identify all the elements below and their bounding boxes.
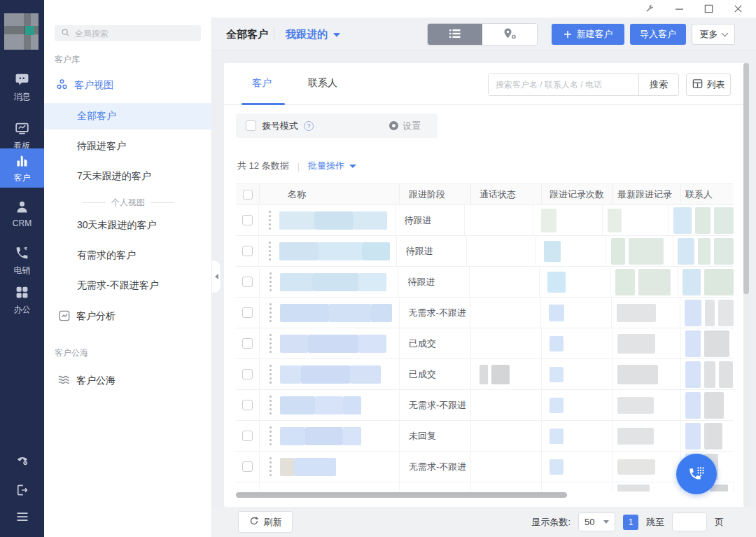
sidebar-item-customer-views[interactable]: 客户视图	[44, 72, 212, 99]
row-menu-icon[interactable]	[270, 312, 272, 314]
sidebar-item-customer-sea[interactable]: 客户公海	[44, 368, 212, 394]
batch-actions-dropdown[interactable]: 批量操作	[308, 160, 356, 172]
sidebar-item-analysis[interactable]: 客户分析	[44, 303, 212, 330]
redacted-block	[550, 398, 564, 413]
tab-customers[interactable]: 客户	[252, 77, 272, 90]
row-menu-icon[interactable]	[270, 342, 272, 344]
dialer-fab[interactable]	[676, 454, 717, 494]
new-customer-button[interactable]: 新建客户	[552, 24, 624, 45]
redacted-block	[279, 242, 318, 260]
refresh-button[interactable]: 刷新	[238, 511, 293, 533]
search-button[interactable]: 搜索	[638, 74, 678, 95]
row-checkbox[interactable]	[242, 369, 253, 379]
redacted-block	[280, 273, 312, 291]
row-menu-icon[interactable]	[270, 373, 272, 375]
row-menu-icon[interactable]	[269, 219, 271, 221]
import-customer-button[interactable]: 导入客户	[630, 24, 686, 45]
redacted-block	[615, 269, 635, 295]
personal-view-divider: 个人视图	[44, 197, 212, 209]
header-call-status: 通话状态	[471, 183, 542, 205]
sidebar-item-has-need[interactable]: 有需求的客户	[44, 242, 212, 269]
row-menu-icon[interactable]	[270, 466, 272, 468]
rail-item-telesales[interactable]: 电销	[0, 241, 44, 281]
sidebar-item-to-follow[interactable]: 待跟进客户	[44, 133, 212, 160]
sidebar-item-no-need[interactable]: 无需求-不跟进客户	[44, 272, 212, 299]
stage-text: 已成交	[409, 337, 436, 350]
logout-icon[interactable]	[0, 483, 44, 497]
row-checkbox[interactable]	[242, 215, 253, 225]
table-row: 待跟进	[236, 205, 734, 236]
dial-settings[interactable]: 设置	[389, 120, 428, 132]
row-checkbox[interactable]	[242, 307, 253, 318]
latest-cell	[612, 359, 681, 389]
rail-item-messages[interactable]: 消息	[0, 67, 44, 108]
avatar[interactable]	[4, 13, 38, 50]
select-all-checkbox[interactable]	[243, 190, 253, 200]
redacted-block	[685, 361, 701, 388]
row-checkbox[interactable]	[242, 338, 253, 349]
sidebar-item-7days[interactable]: 7天未跟进的客户	[44, 163, 212, 190]
redacted-block	[550, 336, 564, 351]
menu-icon[interactable]	[0, 510, 44, 524]
close-icon[interactable]	[732, 4, 743, 15]
table-row: 已成交	[236, 328, 734, 359]
partial-latest-cell	[612, 482, 681, 491]
refresh-icon	[249, 516, 259, 528]
row-menu-icon[interactable]	[269, 250, 271, 252]
call-cell	[470, 298, 541, 328]
count-row: 共 12 条数据 | 批量操作	[237, 160, 356, 172]
app-rail: 消息 看板 客户 CRM 电销 办公	[0, 0, 44, 537]
redacted-block	[343, 427, 361, 445]
filter-dropdown[interactable]: 我跟进的	[286, 28, 340, 41]
header-record-count: 跟进记录次数	[542, 183, 612, 205]
redacted-block	[698, 238, 710, 265]
map-view-button[interactable]	[482, 24, 537, 45]
content-card: 客户 联系人 搜索 列表 拨号模式 设置 共 12 条数据 | 批量操作	[224, 63, 745, 507]
current-page-button[interactable]: 1	[623, 515, 638, 530]
dial-mode-checkbox[interactable]	[246, 120, 256, 131]
columns-button[interactable]: 列表	[686, 74, 731, 96]
latest-cell	[612, 421, 681, 451]
maximize-icon[interactable]	[703, 4, 714, 15]
more-button[interactable]: 更多	[692, 24, 735, 45]
table-row: 无需求-不跟进	[236, 452, 734, 482]
vertical-scrollbar[interactable]	[743, 63, 749, 294]
global-search[interactable]	[55, 25, 201, 41]
sidebar-item-all-customers[interactable]: 全部客户	[44, 103, 212, 130]
row-checkbox[interactable]	[242, 400, 253, 410]
row-menu-icon[interactable]	[270, 281, 272, 283]
row-checkbox[interactable]	[242, 277, 253, 287]
row-menu-icon[interactable]	[270, 435, 272, 437]
latest-cell	[606, 236, 673, 266]
phone-off-icon[interactable]	[0, 454, 44, 468]
section-label-library: 客户库	[55, 54, 80, 66]
redacted-block	[617, 428, 654, 445]
sidebar-collapse-handle[interactable]	[212, 260, 221, 293]
rail-item-crm[interactable]: CRM	[0, 195, 44, 233]
wrench-icon[interactable]	[644, 4, 655, 15]
minimize-icon[interactable]	[673, 4, 685, 15]
table-header: 名称 跟进阶段 通话状态 跟进记录次数 最新跟进记录 联系人	[236, 183, 734, 205]
tab-contacts[interactable]: 联系人	[308, 77, 337, 90]
redacted-block	[547, 272, 566, 293]
dial-mode-bar: 拨号模式 设置	[236, 113, 438, 138]
help-icon[interactable]	[304, 121, 314, 131]
call-cell	[471, 328, 542, 358]
redacted-block	[280, 396, 315, 414]
stage-text: 待跟进	[405, 214, 432, 227]
jump-page-input[interactable]	[672, 512, 707, 531]
row-checkbox[interactable]	[242, 461, 253, 472]
row-menu-icon[interactable]	[270, 404, 272, 406]
table-search-input[interactable]	[489, 74, 638, 95]
horizontal-scrollbar[interactable]	[236, 492, 567, 498]
rail-item-office[interactable]: 办公	[0, 280, 44, 321]
sidebar-item-30days[interactable]: 30天未跟进的客户	[44, 212, 212, 239]
list-view-button[interactable]	[428, 24, 482, 45]
row-checkbox[interactable]	[242, 431, 253, 441]
page-size-select[interactable]: 50	[578, 512, 615, 531]
stage-text: 待跟进	[406, 245, 433, 258]
rail-item-customers[interactable]: 客户	[0, 148, 44, 188]
global-search-input[interactable]	[75, 29, 180, 39]
row-checkbox[interactable]	[242, 246, 253, 256]
redacted-block	[280, 458, 294, 476]
